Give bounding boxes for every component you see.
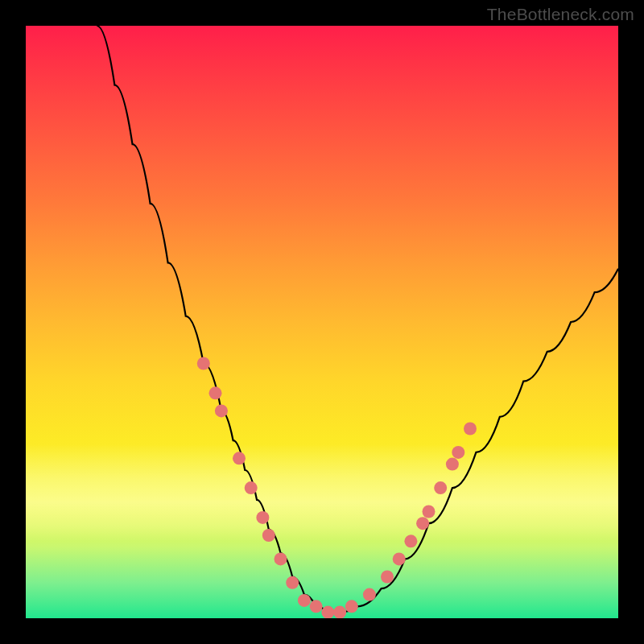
- right-dot-4: [404, 535, 417, 547]
- left-dot-8: [275, 552, 287, 565]
- bottom-dot-4: [333, 606, 346, 618]
- plot-area: [26, 26, 618, 618]
- left-dot-3: [215, 404, 228, 417]
- right-dot-1: [363, 588, 376, 601]
- left-dot-9: [286, 576, 299, 589]
- left-dot-5: [245, 481, 258, 494]
- right-dot-6: [423, 506, 436, 518]
- chart-frame: TheBottleneck.com: [0, 0, 644, 644]
- right-dot-2: [381, 571, 394, 584]
- left-dot-2: [209, 386, 222, 399]
- bottom-dot-5: [345, 600, 358, 613]
- right-dot-3: [393, 552, 406, 565]
- bottleneck-curve: [97, 26, 618, 613]
- bottom-dot-1: [298, 594, 311, 607]
- chart-overlay: [26, 26, 618, 618]
- marker-layer: [197, 357, 477, 619]
- left-dot-7: [262, 529, 275, 542]
- right-dot-9: [452, 446, 464, 459]
- right-dot-10: [464, 423, 477, 436]
- right-dot-7: [434, 481, 447, 494]
- left-dot-4: [233, 452, 246, 464]
- left-dot-1: [197, 357, 210, 370]
- right-dot-5: [416, 517, 429, 530]
- left-dot-6: [256, 511, 269, 524]
- bottom-dot-2: [310, 600, 323, 613]
- watermark-text: TheBottleneck.com: [487, 5, 634, 24]
- bottom-dot-3: [321, 606, 334, 618]
- right-dot-8: [446, 458, 459, 471]
